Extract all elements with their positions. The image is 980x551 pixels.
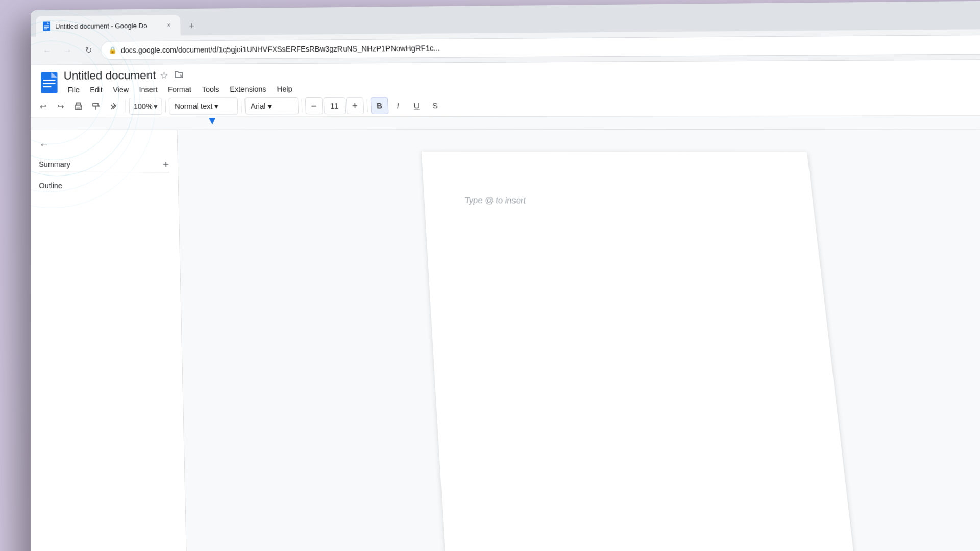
style-label: Normal text: [175, 102, 213, 111]
star-icon[interactable]: ☆: [160, 70, 168, 82]
strikethrough-icon: S: [432, 102, 438, 110]
back-button[interactable]: ←: [39, 42, 55, 59]
svg-rect-8: [43, 86, 51, 87]
font-arrow-icon: ▾: [267, 102, 272, 110]
docs-toolbar: ↩ ↪: [31, 93, 980, 117]
undo-button[interactable]: ↩: [35, 98, 52, 115]
svg-point-11: [81, 106, 82, 107]
docs-ruler: [31, 116, 980, 130]
zoom-selector[interactable]: 100% ▾: [129, 98, 162, 115]
svg-rect-7: [43, 83, 55, 84]
font-size-increase-button[interactable]: +: [346, 97, 364, 115]
ruler-indent-marker[interactable]: [209, 118, 215, 124]
menu-format[interactable]: Format: [164, 83, 196, 96]
italic-button[interactable]: I: [389, 97, 407, 114]
toolbar-separator-3: [241, 99, 242, 112]
add-summary-button[interactable]: +: [163, 159, 169, 170]
underline-button[interactable]: U: [407, 97, 426, 114]
menu-tools[interactable]: Tools: [198, 83, 224, 96]
summary-label: Summary: [39, 160, 70, 169]
sidebar-summary-section: Summary +: [39, 159, 169, 173]
lock-icon: 🔒: [108, 46, 116, 54]
forward-button[interactable]: →: [59, 42, 76, 59]
svg-rect-3: [44, 27, 49, 28]
font-size-input[interactable]: 11: [323, 97, 346, 114]
menu-help[interactable]: Help: [273, 83, 297, 95]
style-selector[interactable]: Normal text ▾: [169, 97, 238, 114]
svg-rect-4: [44, 28, 47, 29]
font-size-decrease-button[interactable]: −: [305, 97, 323, 114]
address-bar[interactable]: 🔒 docs.google.com/document/d/1q5gjoi1UNH…: [101, 34, 980, 60]
menu-file[interactable]: File: [64, 84, 84, 96]
decorative-lines: [31, 130, 187, 551]
redo-button[interactable]: ↪: [53, 98, 69, 115]
tab-title: Untitled document - Google Do: [55, 21, 160, 30]
toolbar-separator-1: [125, 100, 126, 113]
svg-rect-9: [75, 105, 81, 110]
new-tab-button[interactable]: +: [182, 17, 202, 36]
toolbar-separator-5: [366, 99, 368, 112]
sidebar-back-button[interactable]: ←: [39, 138, 169, 151]
menu-view[interactable]: View: [109, 83, 133, 96]
toolbar-separator-2: [165, 100, 166, 113]
docs-title-row: Untitled document ☆: [64, 64, 980, 83]
svg-rect-6: [43, 80, 55, 81]
document-placeholder: Type @ to insert: [464, 195, 526, 205]
bold-button[interactable]: B: [370, 97, 388, 114]
menu-edit[interactable]: Edit: [86, 84, 107, 96]
document-page[interactable]: Type @ to insert: [422, 152, 869, 551]
docs-title-icons: ☆: [160, 69, 184, 82]
style-arrow-icon: ▾: [214, 102, 218, 111]
svg-rect-10: [76, 108, 80, 109]
underline-icon: U: [413, 102, 420, 110]
paint-format-button[interactable]: [88, 98, 105, 115]
url-text: docs.google.com/document/d/1q5gjoi1UNHVF…: [121, 39, 980, 54]
strikethrough-button[interactable]: S: [426, 97, 444, 114]
font-label: Arial: [251, 102, 266, 110]
docs-header: Untitled document ☆ File: [31, 60, 980, 96]
docs-logo-icon: [39, 72, 60, 93]
document-area: Type @ to insert: [178, 130, 980, 551]
document-title[interactable]: Untitled document: [64, 69, 156, 83]
font-selector[interactable]: Arial ▾: [244, 97, 299, 114]
print-button[interactable]: [70, 98, 87, 115]
svg-rect-1: [43, 21, 50, 31]
tab-favicon: [42, 21, 51, 31]
sidebar-outline-section: Outline: [39, 181, 169, 191]
docs-sidebar: ← Summary + Outline: [31, 130, 187, 551]
zoom-value: 100%: [134, 102, 153, 111]
docs-app: Untitled document ☆ File: [31, 60, 980, 551]
format-clear-button[interactable]: [105, 98, 122, 115]
reload-button[interactable]: ↻: [80, 42, 97, 58]
move-to-folder-icon[interactable]: [174, 69, 184, 82]
docs-content: ← Summary + Outline Type @: [31, 130, 980, 551]
back-arrow-icon: ←: [39, 138, 49, 151]
docs-title-area: Untitled document ☆ File: [64, 64, 980, 96]
bold-icon: B: [377, 102, 383, 110]
menu-insert[interactable]: Insert: [135, 83, 162, 96]
sidebar-section-header: Summary +: [39, 159, 169, 173]
svg-rect-2: [44, 25, 49, 26]
zoom-arrow-icon: ▾: [154, 102, 158, 110]
tab-close-button[interactable]: ×: [163, 20, 174, 30]
active-tab[interactable]: Untitled document - Google Do ×: [36, 15, 181, 36]
menu-extensions[interactable]: Extensions: [226, 83, 271, 95]
outline-label: Outline: [39, 181, 62, 190]
toolbar-separator-4: [301, 99, 302, 112]
italic-icon: I: [397, 102, 399, 110]
